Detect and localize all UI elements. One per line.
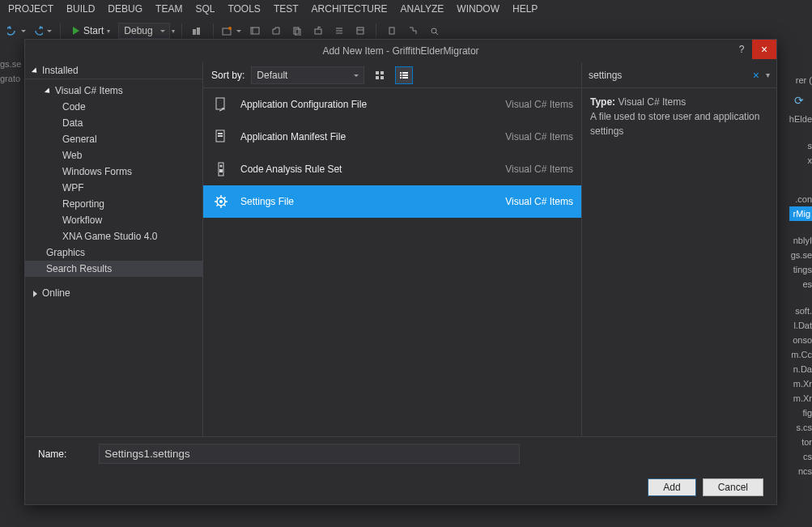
tree-item-web[interactable]: Web	[25, 147, 202, 164]
search-dropdown-button[interactable]: ▾	[763, 70, 773, 79]
template-category: Visual C# Items	[505, 164, 573, 175]
tree-item-reporting[interactable]: Reporting	[25, 196, 202, 212]
svg-rect-14	[389, 28, 394, 34]
svg-rect-19	[376, 76, 379, 79]
cancel-button[interactable]: Cancel	[703, 478, 763, 496]
refresh-icon[interactable]: ⟳	[794, 94, 804, 107]
template-list: Application Configuration File Visual C#…	[203, 88, 581, 436]
template-list-panel: Sort by: Default Application Configurati…	[203, 62, 582, 436]
menu-help[interactable]: HELP	[512, 3, 538, 15]
template-label: Code Analysis Rule Set	[240, 164, 495, 175]
tool-icon[interactable]	[330, 22, 348, 40]
search-box: × ▾	[582, 62, 776, 88]
tree-item-winforms[interactable]: Windows Forms	[25, 164, 202, 180]
menu-tools[interactable]: TOOLS	[227, 3, 260, 15]
type-value: Visual C# Items	[618, 96, 686, 108]
search-clear-button[interactable]: ×	[750, 69, 763, 82]
menu-team[interactable]: TEAM	[155, 3, 182, 15]
menu-architecture[interactable]: ARCHITECTURE	[312, 3, 388, 15]
tree-item-graphics[interactable]: Graphics	[25, 244, 202, 261]
separator	[60, 23, 61, 38]
svg-rect-30	[218, 133, 223, 134]
sort-label: Sort by:	[211, 70, 244, 81]
config-dropdown[interactable]: Debug	[118, 23, 169, 39]
menu-test[interactable]: TEST	[274, 3, 299, 15]
sort-dropdown[interactable]: Default	[251, 66, 364, 84]
svg-rect-24	[402, 74, 408, 76]
config-file-icon	[211, 95, 231, 114]
tree-panel: Installed Visual C# Items Code Data Gene…	[25, 62, 203, 436]
menu-debug[interactable]: DEBUG	[108, 3, 142, 15]
menu-analyze[interactable]: ANALYZE	[401, 3, 444, 15]
description: A file used to store user and applicatio…	[590, 109, 768, 138]
name-input[interactable]	[99, 444, 520, 464]
svg-rect-25	[400, 77, 402, 79]
tool-icon[interactable]	[404, 22, 422, 40]
tool-icon[interactable]	[309, 22, 327, 40]
template-label: Application Configuration File	[240, 99, 495, 110]
start-button[interactable]: Start ▾	[67, 23, 115, 38]
separator	[376, 23, 376, 38]
svg-rect-31	[218, 135, 223, 137]
separator	[181, 23, 182, 38]
tree-item-online[interactable]: Online	[25, 285, 202, 301]
close-button[interactable]: ×	[752, 40, 776, 59]
tree-item-general[interactable]: General	[25, 131, 202, 147]
template-label: Settings File	[240, 196, 495, 207]
background-text-left: gs.se grato	[0, 57, 21, 86]
svg-rect-21	[400, 72, 402, 74]
view-tiles-button[interactable]	[371, 66, 389, 84]
tree-item-workflow[interactable]: Workflow	[25, 212, 202, 228]
tool-icon[interactable]	[189, 22, 206, 40]
start-label: Start	[83, 25, 104, 36]
tree-head-installed[interactable]: Installed	[25, 62, 202, 79]
view-list-button[interactable]	[395, 66, 413, 84]
svg-point-33	[220, 165, 223, 168]
svg-point-3	[228, 27, 232, 30]
tool-icon[interactable]	[220, 22, 243, 40]
menu-project[interactable]: PROJECT	[8, 3, 53, 15]
template-item[interactable]: Application Manifest File Visual C# Item…	[203, 121, 581, 153]
template-item-selected[interactable]: Settings File Visual C# Items	[203, 185, 581, 218]
svg-rect-26	[402, 77, 408, 79]
tree-item-wpf[interactable]: WPF	[25, 180, 202, 196]
svg-rect-0	[193, 29, 196, 35]
ruleset-icon	[211, 159, 231, 179]
tree-item-data[interactable]: Data	[25, 115, 202, 131]
svg-point-28	[223, 108, 224, 109]
menu-build[interactable]: BUILD	[66, 3, 95, 15]
svg-rect-6	[294, 28, 299, 34]
template-category: Visual C# Items	[505, 131, 573, 142]
tool-icon[interactable]	[425, 22, 443, 40]
info-pane: Type: Visual C# Items A file used to sto…	[582, 88, 776, 145]
tree-item-xna[interactable]: XNA Game Studio 4.0	[25, 228, 202, 244]
tool-icon[interactable]	[351, 22, 369, 40]
forward-button[interactable]	[31, 22, 53, 40]
menu-window[interactable]: WINDOW	[457, 3, 500, 15]
separator	[213, 23, 214, 38]
tool-icon[interactable]	[246, 22, 264, 40]
help-button[interactable]: ?	[731, 40, 752, 59]
tree-root[interactable]: Visual C# Items	[25, 83, 202, 99]
search-input[interactable]	[589, 70, 750, 81]
name-label: Name:	[38, 448, 66, 460]
tree-item-search-results[interactable]: Search Results	[25, 261, 202, 277]
dialog-titlebar: Add New Item - GriffithElderMigrator ? ×	[25, 40, 776, 62]
template-item[interactable]: Code Analysis Rule Set Visual C# Items	[203, 153, 581, 185]
tool-icon[interactable]	[288, 22, 306, 40]
button-row: Add Cancel	[25, 470, 776, 504]
svg-rect-8	[315, 29, 321, 34]
menu-sql[interactable]: SQL	[195, 3, 215, 15]
svg-rect-12	[357, 28, 363, 34]
tool-icon[interactable]	[267, 22, 285, 40]
settings-icon	[211, 192, 231, 211]
dialog-title: Add New Item - GriffithElderMigrator	[322, 45, 478, 57]
tree-item-code[interactable]: Code	[25, 99, 202, 115]
back-button[interactable]	[5, 22, 28, 40]
template-item[interactable]: Application Configuration File Visual C#…	[203, 88, 581, 121]
svg-line-16	[436, 32, 438, 35]
add-button[interactable]: Add	[648, 478, 695, 496]
dialog-footer: Name:	[25, 436, 776, 470]
svg-rect-22	[402, 72, 408, 74]
tool-icon[interactable]	[383, 22, 401, 40]
